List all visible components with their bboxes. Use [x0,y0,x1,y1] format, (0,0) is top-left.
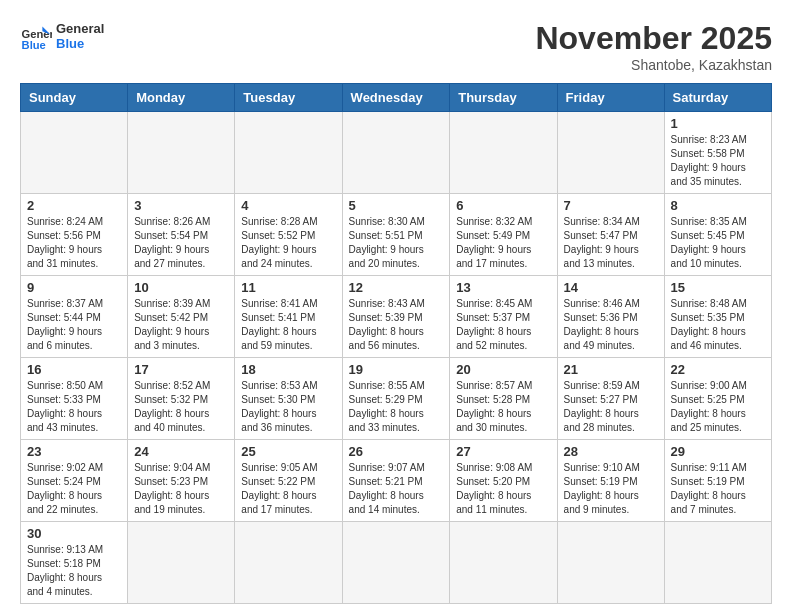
day-info: Sunrise: 8:59 AM Sunset: 5:27 PM Dayligh… [564,379,658,435]
calendar-cell [450,522,557,604]
calendar-cell: 24Sunrise: 9:04 AM Sunset: 5:23 PM Dayli… [128,440,235,522]
calendar-cell: 28Sunrise: 9:10 AM Sunset: 5:19 PM Dayli… [557,440,664,522]
calendar-cell: 1Sunrise: 8:23 AM Sunset: 5:58 PM Daylig… [664,112,771,194]
day-number: 29 [671,444,765,459]
day-number: 15 [671,280,765,295]
day-number: 17 [134,362,228,377]
day-number: 23 [27,444,121,459]
day-info: Sunrise: 9:11 AM Sunset: 5:19 PM Dayligh… [671,461,765,517]
calendar-cell [235,112,342,194]
calendar-cell: 12Sunrise: 8:43 AM Sunset: 5:39 PM Dayli… [342,276,450,358]
day-number: 6 [456,198,550,213]
day-info: Sunrise: 8:26 AM Sunset: 5:54 PM Dayligh… [134,215,228,271]
day-info: Sunrise: 8:45 AM Sunset: 5:37 PM Dayligh… [456,297,550,353]
calendar-cell [128,112,235,194]
day-info: Sunrise: 9:02 AM Sunset: 5:24 PM Dayligh… [27,461,121,517]
calendar-cell [450,112,557,194]
day-info: Sunrise: 9:05 AM Sunset: 5:22 PM Dayligh… [241,461,335,517]
weekday-header-sunday: Sunday [21,84,128,112]
calendar-cell [342,522,450,604]
calendar-cell: 25Sunrise: 9:05 AM Sunset: 5:22 PM Dayli… [235,440,342,522]
day-info: Sunrise: 8:23 AM Sunset: 5:58 PM Dayligh… [671,133,765,189]
weekday-header-monday: Monday [128,84,235,112]
logo-general-text: General [56,21,104,36]
day-info: Sunrise: 8:28 AM Sunset: 5:52 PM Dayligh… [241,215,335,271]
day-number: 13 [456,280,550,295]
weekday-header-wednesday: Wednesday [342,84,450,112]
day-info: Sunrise: 8:24 AM Sunset: 5:56 PM Dayligh… [27,215,121,271]
calendar-cell: 2Sunrise: 8:24 AM Sunset: 5:56 PM Daylig… [21,194,128,276]
day-number: 11 [241,280,335,295]
day-number: 5 [349,198,444,213]
logo-blue-text: Blue [56,36,104,51]
calendar-cell: 9Sunrise: 8:37 AM Sunset: 5:44 PM Daylig… [21,276,128,358]
day-info: Sunrise: 8:50 AM Sunset: 5:33 PM Dayligh… [27,379,121,435]
day-info: Sunrise: 9:00 AM Sunset: 5:25 PM Dayligh… [671,379,765,435]
day-info: Sunrise: 8:52 AM Sunset: 5:32 PM Dayligh… [134,379,228,435]
day-number: 2 [27,198,121,213]
day-number: 22 [671,362,765,377]
month-title: November 2025 [535,20,772,57]
calendar-table: SundayMondayTuesdayWednesdayThursdayFrid… [20,83,772,604]
calendar-cell: 6Sunrise: 8:32 AM Sunset: 5:49 PM Daylig… [450,194,557,276]
calendar-week-row: 9Sunrise: 8:37 AM Sunset: 5:44 PM Daylig… [21,276,772,358]
calendar-cell [235,522,342,604]
calendar-cell [664,522,771,604]
day-info: Sunrise: 8:53 AM Sunset: 5:30 PM Dayligh… [241,379,335,435]
weekday-header-saturday: Saturday [664,84,771,112]
calendar-cell: 3Sunrise: 8:26 AM Sunset: 5:54 PM Daylig… [128,194,235,276]
calendar-cell: 10Sunrise: 8:39 AM Sunset: 5:42 PM Dayli… [128,276,235,358]
calendar-cell: 21Sunrise: 8:59 AM Sunset: 5:27 PM Dayli… [557,358,664,440]
calendar-cell: 15Sunrise: 8:48 AM Sunset: 5:35 PM Dayli… [664,276,771,358]
calendar-header-row: SundayMondayTuesdayWednesdayThursdayFrid… [21,84,772,112]
calendar-cell: 22Sunrise: 9:00 AM Sunset: 5:25 PM Dayli… [664,358,771,440]
day-info: Sunrise: 9:04 AM Sunset: 5:23 PM Dayligh… [134,461,228,517]
calendar-cell [557,112,664,194]
logo: General Blue General Blue [20,20,104,52]
calendar-cell [342,112,450,194]
day-info: Sunrise: 8:32 AM Sunset: 5:49 PM Dayligh… [456,215,550,271]
day-number: 8 [671,198,765,213]
day-info: Sunrise: 9:07 AM Sunset: 5:21 PM Dayligh… [349,461,444,517]
calendar-cell: 16Sunrise: 8:50 AM Sunset: 5:33 PM Dayli… [21,358,128,440]
day-number: 1 [671,116,765,131]
calendar-cell [21,112,128,194]
calendar-cell: 23Sunrise: 9:02 AM Sunset: 5:24 PM Dayli… [21,440,128,522]
day-number: 9 [27,280,121,295]
calendar-week-row: 23Sunrise: 9:02 AM Sunset: 5:24 PM Dayli… [21,440,772,522]
day-number: 3 [134,198,228,213]
calendar-cell: 20Sunrise: 8:57 AM Sunset: 5:28 PM Dayli… [450,358,557,440]
day-number: 10 [134,280,228,295]
calendar-cell: 13Sunrise: 8:45 AM Sunset: 5:37 PM Dayli… [450,276,557,358]
day-number: 4 [241,198,335,213]
day-number: 25 [241,444,335,459]
calendar-cell: 17Sunrise: 8:52 AM Sunset: 5:32 PM Dayli… [128,358,235,440]
svg-text:Blue: Blue [22,39,46,51]
day-info: Sunrise: 8:30 AM Sunset: 5:51 PM Dayligh… [349,215,444,271]
calendar-week-row: 30Sunrise: 9:13 AM Sunset: 5:18 PM Dayli… [21,522,772,604]
calendar-cell: 30Sunrise: 9:13 AM Sunset: 5:18 PM Dayli… [21,522,128,604]
calendar-cell: 14Sunrise: 8:46 AM Sunset: 5:36 PM Dayli… [557,276,664,358]
weekday-header-tuesday: Tuesday [235,84,342,112]
day-info: Sunrise: 8:34 AM Sunset: 5:47 PM Dayligh… [564,215,658,271]
day-number: 12 [349,280,444,295]
day-info: Sunrise: 8:55 AM Sunset: 5:29 PM Dayligh… [349,379,444,435]
day-info: Sunrise: 9:08 AM Sunset: 5:20 PM Dayligh… [456,461,550,517]
location-subtitle: Shantobe, Kazakhstan [535,57,772,73]
day-number: 30 [27,526,121,541]
day-info: Sunrise: 8:57 AM Sunset: 5:28 PM Dayligh… [456,379,550,435]
day-info: Sunrise: 8:41 AM Sunset: 5:41 PM Dayligh… [241,297,335,353]
calendar-week-row: 16Sunrise: 8:50 AM Sunset: 5:33 PM Dayli… [21,358,772,440]
day-number: 14 [564,280,658,295]
day-number: 21 [564,362,658,377]
calendar-cell: 7Sunrise: 8:34 AM Sunset: 5:47 PM Daylig… [557,194,664,276]
calendar-cell [557,522,664,604]
calendar-cell: 4Sunrise: 8:28 AM Sunset: 5:52 PM Daylig… [235,194,342,276]
calendar-cell: 19Sunrise: 8:55 AM Sunset: 5:29 PM Dayli… [342,358,450,440]
day-number: 26 [349,444,444,459]
calendar-cell: 5Sunrise: 8:30 AM Sunset: 5:51 PM Daylig… [342,194,450,276]
weekday-header-thursday: Thursday [450,84,557,112]
calendar-cell: 11Sunrise: 8:41 AM Sunset: 5:41 PM Dayli… [235,276,342,358]
day-info: Sunrise: 8:37 AM Sunset: 5:44 PM Dayligh… [27,297,121,353]
day-info: Sunrise: 8:46 AM Sunset: 5:36 PM Dayligh… [564,297,658,353]
